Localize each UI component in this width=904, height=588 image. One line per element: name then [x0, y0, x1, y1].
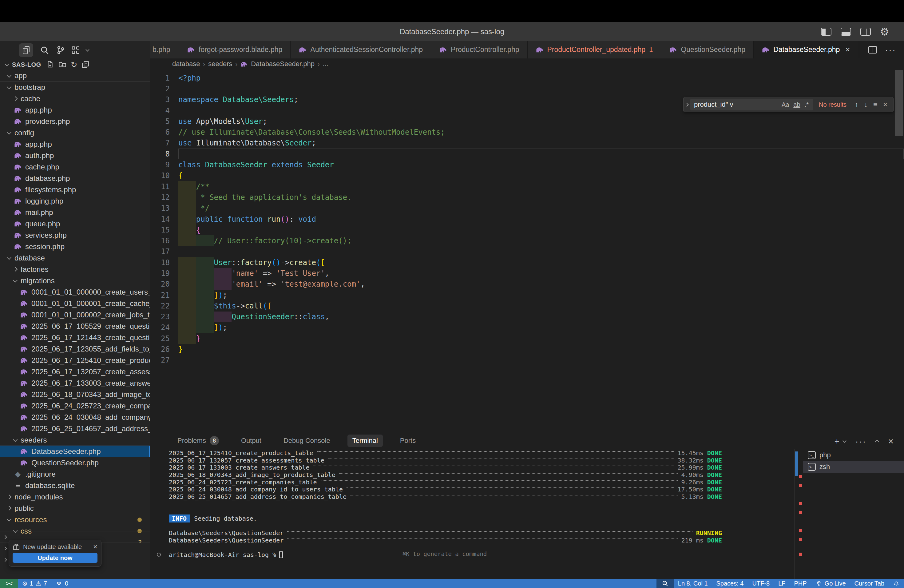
tree-item-filesystems.php[interactable]: filesystems.php [0, 184, 150, 195]
tree-item-public[interactable]: public [0, 503, 150, 514]
explorer-icon[interactable] [19, 43, 33, 57]
panel-tab-debug-console[interactable]: Debug Console [278, 435, 335, 447]
tree-item-0001-01-01-000001-create-cache-ta...[interactable]: 0001_01_01_000001_create_cache_ta... [0, 298, 150, 309]
tree-item-2025-06-17-125410-create-products...[interactable]: 2025_06_17_125410_create_products... [0, 354, 150, 366]
terminal-instance-php[interactable]: >_php [803, 449, 904, 461]
tree-item-2025-06-17-121443-create-questions...[interactable]: 2025_06_17_121443_create_questions... [0, 332, 150, 343]
tree-item-app.php[interactable]: app.php [0, 104, 150, 115]
tree-item-providers.php[interactable]: providers.php [0, 115, 150, 127]
code-editor[interactable]: 1<?php23namespace Database\Seeders;45use… [150, 70, 904, 432]
find-input[interactable]: product_id" v Aa ab .* [690, 99, 813, 111]
tree-item-session.php[interactable]: session.php [0, 241, 150, 252]
tab-productcontroller-updated.php[interactable]: ProductController_updated.php1 [528, 41, 661, 58]
regex-toggle[interactable]: .* [803, 101, 811, 108]
search-icon[interactable] [40, 46, 49, 55]
toggle-panel-icon[interactable] [841, 28, 851, 36]
notifications-bell[interactable] [889, 579, 904, 588]
explorer-collapse-chevron-icon[interactable] [5, 62, 9, 66]
panel-close-icon[interactable]: × [888, 436, 893, 447]
split-editor-icon[interactable] [868, 46, 877, 54]
tab-productcontroller.php[interactable]: ProductController.php [431, 41, 527, 58]
tree-item-services.php[interactable]: services.php [0, 229, 150, 241]
refresh-icon[interactable]: ↻ [71, 60, 77, 69]
tree-item-resources[interactable]: resources [0, 514, 150, 525]
explorer-header[interactable]: SAS-LOG ↻ [0, 59, 150, 70]
tree-item-2025-06-24-025723-create-compan...[interactable]: 2025_06_24_025723_create_compan... [0, 400, 150, 411]
panel-maximize-chevron-icon[interactable] [875, 440, 880, 445]
ports-status[interactable]: 0 [51, 579, 73, 588]
settings-gear-icon[interactable]: ⚙ [880, 27, 889, 37]
tree-item-2025-06-17-132057-create-assessme...[interactable]: 2025_06_17_132057_create_assessme... [0, 366, 150, 377]
eol[interactable]: LF [774, 579, 790, 588]
breadcrumb-item[interactable]: seeders [208, 60, 232, 68]
tree-item-bootstrap[interactable]: bootstrap [0, 82, 150, 93]
tab-b.php[interactable]: b.php [150, 41, 179, 58]
remote-indicator[interactable]: >< [0, 579, 18, 588]
tab-close-icon[interactable]: × [845, 45, 850, 54]
language-mode[interactable]: PHP [790, 579, 811, 588]
tree-item-config[interactable]: config [0, 127, 150, 138]
tree-item-2025-06-17-105529-create-question...[interactable]: 2025_06_17_105529_create_question... [0, 321, 150, 332]
tree-item-database[interactable]: database [0, 252, 150, 264]
tab-forgot-password.blade.php[interactable]: forgot-password.blade.php [179, 41, 291, 58]
panel-tab-ports[interactable]: Ports [395, 435, 420, 447]
new-file-icon[interactable] [46, 60, 54, 69]
notification-close-icon[interactable]: × [93, 543, 98, 550]
tree-item-factories[interactable]: factories [0, 264, 150, 275]
zoom-status[interactable] [656, 579, 674, 588]
tree-item-migrations[interactable]: migrations [0, 275, 150, 286]
terminal-profile-chevron-icon[interactable] [843, 439, 847, 443]
new-terminal-icon[interactable]: ＋ [833, 436, 841, 447]
tree-item-questionseeder.php[interactable]: QuestionSeeder.php [0, 457, 150, 468]
extensions-icon[interactable] [72, 46, 79, 54]
find-expand-chevron-icon[interactable] [684, 103, 690, 106]
tree-item-app.php[interactable]: app.php [0, 138, 150, 150]
terminal-output[interactable]: 2025_06_17_125410_create_products_table1… [150, 449, 795, 579]
tree-item-queue.php[interactable]: queue.php [0, 218, 150, 229]
tab-databaseseeder.php[interactable]: DatabaseSeeder.php× [754, 41, 858, 58]
update-now-button[interactable]: Update now [13, 553, 98, 563]
editor-scrollbar-thumb[interactable] [895, 70, 903, 136]
whole-word-toggle[interactable]: ab [791, 101, 802, 108]
tree-item-.gitignore[interactable]: ◆.gitignore [0, 468, 150, 480]
find-in-selection-icon[interactable]: ≡ [871, 100, 880, 109]
toggle-primary-sidebar-icon[interactable] [821, 28, 831, 36]
terminal-scrollbar-thumb[interactable] [795, 452, 798, 476]
terminal-instance-zsh[interactable]: >_zsh [803, 461, 904, 473]
tab-authenticatedsessioncontroller.php[interactable]: AuthenticatedSessionController.php [291, 41, 431, 58]
tree-item-2025-06-24-030048-add-company-...[interactable]: 2025_06_24_030048_add_company_... [0, 411, 150, 423]
title-bar[interactable]: DatabaseSeeder.php — sas-log ⚙ [0, 22, 904, 41]
tree-item-2025-06-17-123055-add-fields-to-u...[interactable]: 2025_06_17_123055_add_fields_to_u... [0, 343, 150, 354]
panel-tab-output[interactable]: Output [236, 435, 266, 447]
collapse-all-icon[interactable] [82, 60, 90, 69]
panel-tab-problems[interactable]: Problems8 [172, 435, 224, 447]
panel-tab-terminal[interactable]: Terminal [348, 435, 383, 447]
indentation[interactable]: Spaces: 4 [712, 579, 748, 588]
tree-item-database.sqlite[interactable]: ≡database.sqlite [0, 480, 150, 491]
encoding[interactable]: UTF-8 [748, 579, 774, 588]
activity-more-chevron-icon[interactable] [85, 47, 90, 52]
tree-item-0001-01-01-000000-create-users-ta...[interactable]: 0001_01_01_000000_create_users_ta... [0, 286, 150, 298]
toggle-secondary-sidebar-icon[interactable] [860, 28, 871, 36]
problems-status[interactable]: ⊗1 ⚠7 [18, 579, 51, 588]
tree-item-mail.php[interactable]: mail.php [0, 207, 150, 218]
tree-item-cache.php[interactable]: cache.php [0, 161, 150, 172]
tab-questionseeder.php[interactable]: QuestionSeeder.php [661, 41, 754, 58]
tree-item-database.php[interactable]: database.php [0, 172, 150, 184]
find-next-icon[interactable]: ↓ [861, 100, 871, 109]
panel-more-icon[interactable]: ··· [855, 436, 866, 447]
tree-item-logging.php[interactable]: logging.php [0, 195, 150, 207]
find-close-icon[interactable]: × [880, 100, 890, 109]
breadcrumb-item[interactable]: database [172, 60, 200, 68]
more-actions-icon[interactable]: ··· [885, 44, 896, 55]
match-case-toggle[interactable]: Aa [779, 101, 791, 108]
tree-item-node-modules[interactable]: node_modules [0, 491, 150, 503]
tree-item-2025-06-25-014657-add-address-to...[interactable]: 2025_06_25_014657_add_address_to... [0, 423, 150, 434]
tree-item-cache[interactable]: cache [0, 93, 150, 104]
source-control-icon[interactable] [56, 46, 65, 55]
tree-item-app[interactable]: app [0, 70, 150, 82]
tree-item-seeders[interactable]: seeders [0, 434, 150, 446]
new-folder-icon[interactable] [58, 60, 66, 69]
find-previous-icon[interactable]: ↑ [852, 100, 861, 109]
tree-item-auth.php[interactable]: auth.php [0, 150, 150, 161]
